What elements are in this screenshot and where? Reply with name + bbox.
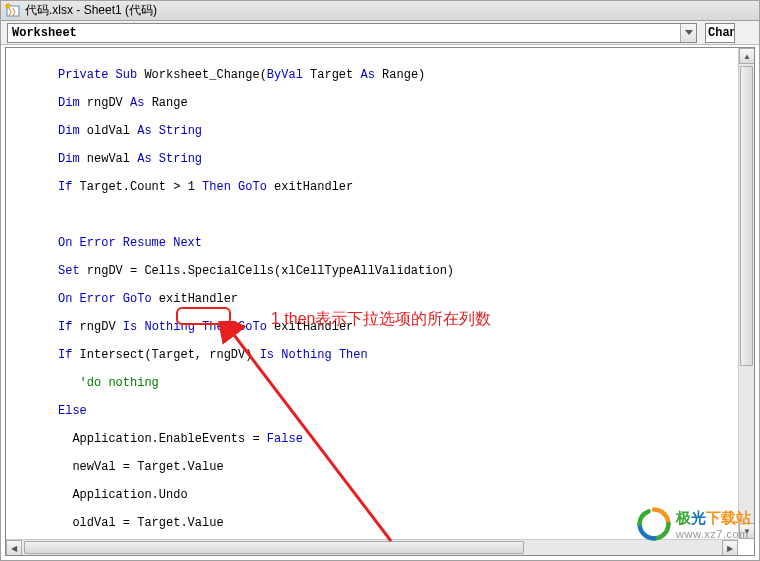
titlebar: 代码.xlsx - Sheet1 (代码) <box>1 1 759 21</box>
svg-point-1 <box>6 4 10 8</box>
chevron-down-icon[interactable] <box>680 24 696 42</box>
code-text[interactable]: Private Sub Worksheet_Change(ByVal Targe… <box>6 48 738 539</box>
vba-editor-window: 代码.xlsx - Sheet1 (代码) Worksheet Chang Pr… <box>0 0 760 561</box>
scroll-thumb-h[interactable] <box>24 541 524 554</box>
procedure-selector[interactable]: Chang <box>705 23 735 43</box>
scroll-thumb-v[interactable] <box>740 66 753 366</box>
procedure-selector-value: Chang <box>708 26 735 40</box>
scroll-right-icon[interactable]: ▶ <box>722 540 738 556</box>
watermark: 极光下载站 www.xz7.com <box>636 506 751 542</box>
watermark-url: www.xz7.com <box>676 528 751 540</box>
horizontal-scrollbar[interactable]: ◀ ▶ <box>6 539 738 555</box>
app-icon <box>5 3 21 19</box>
scroll-left-icon[interactable]: ◀ <box>6 540 22 556</box>
vertical-scrollbar[interactable]: ▲ ▼ <box>738 48 754 539</box>
object-proc-bar: Worksheet Chang <box>1 21 759 45</box>
scroll-up-icon[interactable]: ▲ <box>739 48 755 64</box>
object-selector[interactable]: Worksheet <box>7 23 697 43</box>
object-selector-value: Worksheet <box>12 26 77 40</box>
window-title: 代码.xlsx - Sheet1 (代码) <box>25 2 157 19</box>
watermark-logo-icon <box>636 506 672 542</box>
code-pane[interactable]: Private Sub Worksheet_Change(ByVal Targe… <box>5 47 755 556</box>
watermark-name: 极光下载站 <box>676 509 751 528</box>
